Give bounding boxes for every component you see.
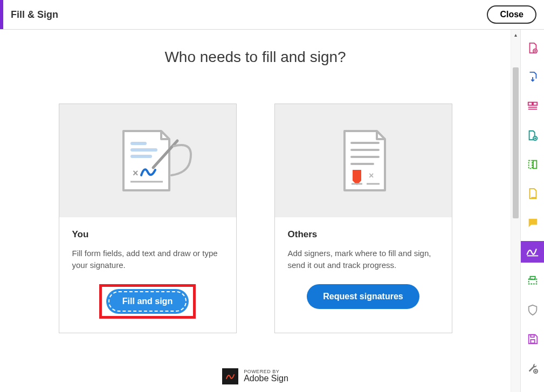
svg-rect-0 <box>130 142 147 145</box>
comment-icon[interactable] <box>521 212 545 233</box>
card-you-title: You <box>72 229 223 240</box>
compress-pdf-icon[interactable] <box>521 154 545 175</box>
svg-rect-24 <box>531 340 534 343</box>
svg-rect-2 <box>130 155 152 158</box>
organize-pages-icon[interactable] <box>521 95 545 117</box>
main-panel: Who needs to fill and sign? × <box>0 30 511 392</box>
fill-and-sign-button[interactable]: Fill and sign <box>106 289 189 314</box>
adobe-sign-label: Adobe Sign <box>244 374 288 383</box>
svg-text:×: × <box>369 171 374 180</box>
card-others-desc: Add signers, mark where to fill and sign… <box>288 247 439 271</box>
create-pdf-icon[interactable] <box>521 37 545 59</box>
protect-icon[interactable] <box>521 299 545 321</box>
tool-title: Fill & Sign <box>11 9 58 20</box>
powered-by-footer: POWERED BY Adobe Sign <box>0 361 511 392</box>
vertical-scrollbar[interactable]: ▴ <box>511 30 520 392</box>
card-others-illustration: × <box>275 104 452 217</box>
card-you: × You Fill form fields, add text and dra… <box>59 104 237 333</box>
more-tools-icon[interactable] <box>521 357 545 379</box>
accent-stripe <box>0 0 3 29</box>
card-others: × Others Add signers, mark where to fill… <box>274 104 452 333</box>
svg-rect-1 <box>130 148 157 152</box>
card-others-title: Others <box>288 229 439 240</box>
right-tool-rail <box>520 30 544 392</box>
request-signatures-button[interactable]: Request signatures <box>307 284 419 309</box>
export-pdf-icon[interactable] <box>521 66 545 88</box>
svg-rect-15 <box>533 102 536 106</box>
svg-rect-23 <box>530 277 535 280</box>
print-production-icon[interactable] <box>521 270 545 292</box>
fill-sign-icon[interactable] <box>521 241 545 263</box>
tutorial-highlight: Fill and sign <box>99 284 196 319</box>
card-you-desc: Fill form fields, add text and draw or t… <box>72 247 223 271</box>
svg-rect-19 <box>528 161 532 169</box>
scroll-up-arrow-icon[interactable]: ▴ <box>511 30 520 39</box>
scroll-thumb[interactable] <box>513 67 519 218</box>
svg-rect-25 <box>531 335 534 338</box>
svg-text:×: × <box>133 168 139 178</box>
close-button[interactable]: Close <box>487 5 536 24</box>
page-heading: Who needs to fill and sign? <box>0 49 511 66</box>
svg-rect-14 <box>528 102 532 106</box>
toolbar-header: Fill & Sign Close <box>0 0 544 30</box>
edit-pdf-icon[interactable] <box>521 183 545 204</box>
combine-files-icon[interactable] <box>521 125 545 146</box>
save-icon[interactable] <box>521 328 545 350</box>
adobe-sign-logo-icon <box>222 368 238 384</box>
card-you-illustration: × <box>59 104 236 217</box>
svg-rect-20 <box>533 161 536 169</box>
